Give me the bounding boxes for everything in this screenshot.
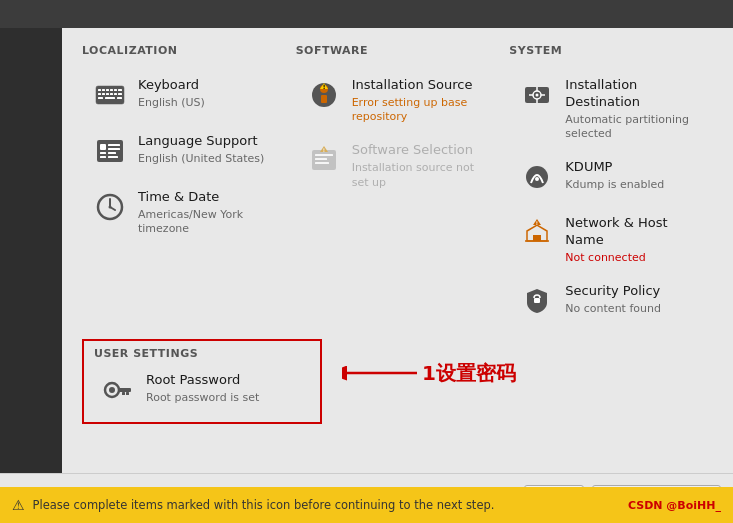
language-item[interactable]: Language Support English (United States) bbox=[82, 125, 286, 179]
time-item[interactable]: Time & Date Americas/New York timezone bbox=[82, 181, 286, 244]
user-settings-container: USER SETTINGS Root Pa bbox=[82, 339, 713, 424]
main-sections: LOCALIZATION bbox=[82, 44, 713, 331]
user-settings-border-box: USER SETTINGS Root Pa bbox=[82, 339, 322, 424]
svg-rect-13 bbox=[98, 97, 103, 99]
localization-header: LOCALIZATION bbox=[82, 44, 286, 57]
svg-rect-4 bbox=[110, 89, 113, 91]
root-password-item[interactable]: Root Password Root password is set bbox=[94, 368, 270, 414]
left-sidebar bbox=[0, 28, 62, 473]
security-text: Security Policy No content found bbox=[565, 283, 661, 316]
installation-source-item[interactable]: ! Installation Source Error setting up b… bbox=[296, 69, 500, 132]
software-header: SOFTWARE bbox=[296, 44, 500, 57]
keyboard-item[interactable]: Keyboard English (US) bbox=[82, 69, 286, 123]
network-icon: ! bbox=[519, 215, 555, 251]
svg-rect-1 bbox=[98, 89, 101, 91]
root-password-text: Root Password Root password is set bbox=[146, 372, 259, 405]
root-password-title: Root Password bbox=[146, 372, 259, 389]
software-selection-subtitle: Installation source not set up bbox=[352, 161, 490, 190]
kdump-item[interactable]: KDUMP Kdump is enabled bbox=[509, 151, 713, 205]
installation-dest-text: Installation Destination Automatic parti… bbox=[565, 77, 703, 141]
svg-rect-57 bbox=[122, 392, 125, 395]
installation-source-title: Installation Source bbox=[352, 77, 490, 94]
root-password-icon bbox=[100, 372, 136, 408]
svg-rect-34 bbox=[315, 154, 333, 156]
svg-point-27 bbox=[109, 206, 112, 209]
installation-dest-subtitle: Automatic partitioning selected bbox=[565, 113, 703, 142]
footer-bar: ⚠ Please complete items marked with this… bbox=[0, 487, 733, 523]
installation-source-icon: ! bbox=[306, 77, 342, 113]
svg-text:!: ! bbox=[536, 220, 538, 226]
footer-warning-text: Please complete items marked with this i… bbox=[33, 498, 495, 512]
svg-rect-16 bbox=[97, 140, 123, 162]
installation-source-subtitle: Error setting up base repository bbox=[352, 96, 490, 125]
svg-rect-5 bbox=[114, 89, 117, 91]
svg-rect-14 bbox=[105, 97, 115, 99]
main-layout: LOCALIZATION bbox=[0, 0, 733, 523]
svg-rect-17 bbox=[100, 144, 106, 150]
svg-rect-36 bbox=[315, 162, 329, 164]
software-section: SOFTWARE ! Installati bbox=[296, 44, 510, 331]
network-subtitle: Not connected bbox=[565, 251, 703, 265]
language-title: Language Support bbox=[138, 133, 264, 150]
keyboard-title: Keyboard bbox=[138, 77, 205, 94]
svg-rect-10 bbox=[110, 93, 113, 95]
arrow-icon bbox=[342, 359, 422, 387]
svg-rect-3 bbox=[106, 89, 109, 91]
svg-rect-2 bbox=[102, 89, 105, 91]
svg-rect-11 bbox=[114, 93, 117, 95]
time-text: Time & Date Americas/New York timezone bbox=[138, 189, 276, 236]
software-selection-icon: ! bbox=[306, 142, 342, 178]
svg-rect-23 bbox=[108, 156, 118, 158]
installation-source-text: Installation Source Error setting up bas… bbox=[352, 77, 490, 124]
svg-rect-12 bbox=[118, 93, 122, 95]
svg-rect-56 bbox=[126, 392, 129, 395]
top-bar bbox=[0, 0, 733, 28]
keyboard-subtitle: English (US) bbox=[138, 96, 205, 110]
svg-rect-7 bbox=[98, 93, 101, 95]
svg-rect-15 bbox=[117, 97, 122, 99]
security-item[interactable]: Security Policy No content found bbox=[509, 275, 713, 329]
software-selection-item[interactable]: ! Software Selection Installation source… bbox=[296, 134, 500, 197]
time-subtitle: Americas/New York timezone bbox=[138, 208, 276, 237]
svg-rect-20 bbox=[108, 144, 120, 146]
svg-rect-6 bbox=[118, 89, 122, 91]
svg-rect-30 bbox=[321, 95, 327, 103]
system-section: SYSTEM bbox=[509, 44, 713, 331]
svg-rect-9 bbox=[106, 93, 109, 95]
network-item[interactable]: ! Network & Host Name Not connected bbox=[509, 207, 713, 273]
svg-rect-21 bbox=[108, 148, 120, 150]
security-subtitle: No content found bbox=[565, 302, 661, 316]
installation-dest-icon bbox=[519, 77, 555, 113]
network-title: Network & Host Name bbox=[565, 215, 703, 249]
language-text: Language Support English (United States) bbox=[138, 133, 264, 166]
installation-dest-item[interactable]: Installation Destination Automatic parti… bbox=[509, 69, 713, 149]
kdump-title: KDUMP bbox=[565, 159, 664, 176]
svg-rect-19 bbox=[100, 156, 106, 158]
network-text: Network & Host Name Not connected bbox=[565, 215, 703, 265]
language-icon bbox=[92, 133, 128, 169]
svg-point-54 bbox=[109, 387, 115, 393]
time-icon bbox=[92, 189, 128, 225]
time-title: Time & Date bbox=[138, 189, 276, 206]
keyboard-icon bbox=[92, 77, 128, 113]
svg-rect-55 bbox=[118, 388, 131, 392]
kdump-subtitle: Kdump is enabled bbox=[565, 178, 664, 192]
keyboard-text: Keyboard English (US) bbox=[138, 77, 205, 110]
csdn-logo: CSDN @BoiHH_ bbox=[628, 499, 721, 512]
svg-rect-52 bbox=[534, 298, 540, 303]
software-selection-text: Software Selection Installation source n… bbox=[352, 142, 490, 189]
svg-rect-8 bbox=[102, 93, 105, 95]
svg-rect-18 bbox=[100, 152, 106, 154]
root-password-subtitle: Root password is set bbox=[146, 391, 259, 405]
footer-warning-icon: ⚠ bbox=[12, 497, 25, 513]
software-selection-title: Software Selection bbox=[352, 142, 490, 159]
annotation-text: 1设置密码 bbox=[422, 360, 516, 387]
svg-text:!: ! bbox=[322, 83, 325, 90]
svg-point-47 bbox=[535, 177, 539, 181]
svg-rect-22 bbox=[108, 152, 116, 154]
installation-dest-title: Installation Destination bbox=[565, 77, 703, 111]
language-subtitle: English (United States) bbox=[138, 152, 264, 166]
security-icon bbox=[519, 283, 555, 319]
svg-rect-48 bbox=[533, 235, 541, 241]
security-title: Security Policy bbox=[565, 283, 661, 300]
